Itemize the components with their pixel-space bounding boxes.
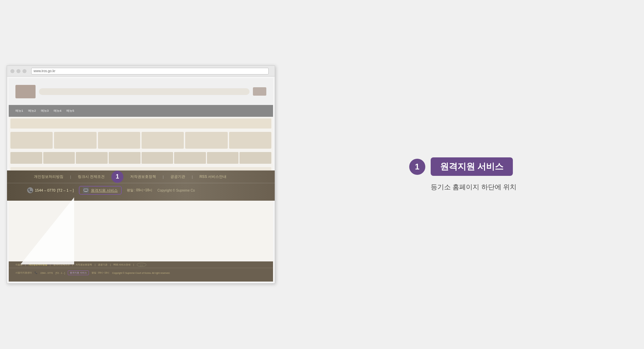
- browser-window: www.iros.go.kr 메뉴1메뉴2메뉴3메뉴4메뉴5: [7, 65, 275, 284]
- website-content: 메뉴1메뉴2메뉴3메뉴4메뉴5: [7, 77, 275, 283]
- phone-icon: 📞: [27, 187, 33, 193]
- browser-min-btn: [16, 69, 20, 73]
- footer-nav-item: 저작권보호정책: [130, 174, 156, 179]
- remote-support-icon: [83, 187, 89, 193]
- footer-phone: 📞 1544 – 0770 [T2 – 1 – ]: [27, 187, 74, 193]
- footer-nav-item: 링크시 전제조건: [78, 174, 105, 179]
- footer-copyright: Copyright © Supreme Co: [157, 189, 195, 192]
- browser-close-btn: [10, 69, 14, 73]
- browser-url-bar: www.iros.go.kr: [31, 68, 269, 74]
- diagonal-shape: [20, 197, 74, 264]
- left-panel: www.iros.go.kr 메뉴1메뉴2메뉴3메뉴4메뉴5: [0, 0, 282, 349]
- info-card-header: 1 원격지원 서비스: [409, 157, 513, 176]
- footer-nav-row: 개인정보처리방침 | 링크시 전제조건 1 저작권보호정책 | 공공기관 | R…: [7, 170, 275, 183]
- footer-nav-item: 개인정보처리방침: [34, 174, 63, 179]
- svg-text:정부: 정부: [140, 264, 143, 266]
- url-text: www.iros.go.kr: [34, 69, 55, 73]
- info-title-pill: 원격지원 서비스: [431, 157, 513, 176]
- phone-ext: [T2 – 1 – ]: [57, 188, 74, 192]
- footer-nav-item: RSS 서비스안내: [200, 174, 227, 179]
- right-panel: 1 원격지원 서비스 등기소 홈페이지 하단에 위치: [282, 0, 644, 349]
- website-nav-mock: 메뉴1메뉴2메뉴3메뉴4메뉴5: [9, 105, 273, 117]
- remote-support-box[interactable]: 원격지원 서비스: [79, 186, 122, 195]
- phone-number: 1544 – 0770: [35, 188, 55, 192]
- footer-info-row: 📞 1544 – 0770 [T2 – 1 – ]: [7, 183, 275, 197]
- info-subtitle: 등기소 홈페이지 하단에 위치: [431, 183, 517, 192]
- browser-chrome: www.iros.go.kr: [7, 66, 275, 77]
- step-badge-large: 1: [409, 159, 425, 175]
- svg-rect-2: [84, 189, 88, 191]
- footer-nav-item: 공공기관: [170, 174, 185, 179]
- footer-zoomed-bar: 개인정보처리방침 | 링크시 전제조건 1 저작권보호정책 | 공공기관 | R…: [7, 170, 275, 201]
- step-badge-1: 1: [111, 171, 123, 183]
- website-bottom-actual: 이용관 | 개인정보처리방침 | 링크시전제조건 | 저작권보호정책 | 공공기…: [9, 261, 273, 282]
- website-header-mock: [9, 78, 273, 105]
- info-card: 1 원격지원 서비스 등기소 홈페이지 하단에 위치: [409, 157, 517, 192]
- remote-support-label: 원격지원 서비스: [91, 188, 118, 193]
- browser-max-btn: [22, 69, 26, 73]
- footer-hours: 평일 : 09시~18시: [127, 188, 152, 193]
